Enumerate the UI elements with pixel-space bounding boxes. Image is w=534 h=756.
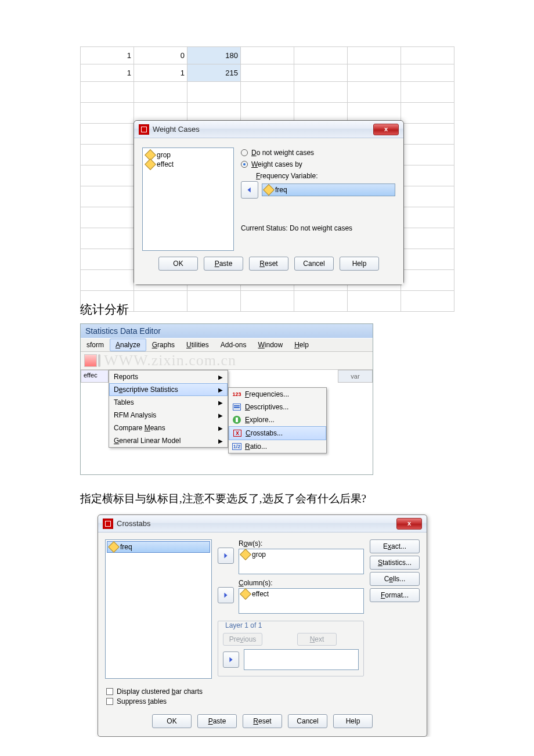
menubar: sform Analyze Graphs Utilities Add-ons W… — [81, 338, 373, 352]
reset-button[interactable]: Reset — [243, 714, 282, 728]
titlebar[interactable]: Crosstabs x — [98, 515, 427, 532]
move-to-layer-button[interactable] — [223, 651, 239, 668]
move-to-rows-button[interactable] — [218, 548, 234, 564]
menu-item-glm[interactable]: General Linear Model▶ — [109, 434, 228, 447]
column-header-var[interactable]: var — [338, 370, 373, 383]
rows-box[interactable]: grop — [239, 549, 364, 574]
submenu-descriptives[interactable]: Descriptives... — [229, 401, 326, 413]
exact-button[interactable]: Exact... — [370, 539, 420, 553]
dialog-title: Crosstabs — [117, 519, 151, 528]
format-button[interactable]: Format... — [370, 588, 420, 602]
scale-icon — [263, 184, 275, 196]
watermark-text: WWW.zixin.com.cn — [104, 352, 236, 369]
submenu-ratio[interactable]: 1/2Ratio... — [229, 440, 326, 453]
variable-item: grop — [145, 150, 231, 160]
menu-item-compare[interactable]: Compare Means▶ — [109, 422, 228, 434]
menu-utilities[interactable]: Utilities — [181, 339, 215, 351]
cols-label: Column(s): — [239, 579, 364, 587]
cell[interactable] — [348, 47, 401, 64]
spss-icon — [139, 124, 149, 135]
scale-icon — [240, 549, 251, 560]
section-paragraph: 指定横标目与纵标目,注意不要选反了,选反了会有什么后果? — [80, 491, 534, 506]
chevron-right-icon: ▶ — [218, 374, 223, 380]
help-button[interactable]: Help — [333, 714, 373, 728]
scale-icon — [240, 588, 251, 600]
submenu-frequencies[interactable]: 123Frequencies... — [229, 388, 326, 401]
scale-icon — [108, 541, 120, 553]
arrow-left-icon — [246, 186, 254, 194]
ok-button[interactable]: OK — [152, 714, 192, 728]
checkbox-suppress-tables[interactable]: Suppress tables — [106, 697, 418, 705]
checkbox-clustered-bar[interactable]: Display clustered bar charts — [106, 687, 418, 696]
toolbar: WWW.zixin.com.cn — [81, 352, 373, 370]
ok-button[interactable]: OK — [158, 257, 198, 271]
freq-icon: 123 — [232, 390, 241, 398]
editor-title: Statistics Data Editor — [81, 324, 373, 338]
checkbox-icon — [106, 698, 113, 705]
menu-item-descriptive[interactable]: Descriptive Statistics▶ — [109, 383, 228, 396]
data-editor-window: Statistics Data Editor sform Analyze Gra… — [80, 323, 373, 475]
cancel-button[interactable]: Cancel — [288, 714, 327, 728]
cell[interactable] — [241, 47, 294, 64]
cancel-button[interactable]: Cancel — [294, 257, 334, 271]
submenu-crosstabs[interactable]: xCrosstabs... — [229, 426, 326, 440]
layer-group: Layer 1 of 1 Previous Next — [218, 621, 364, 676]
cell[interactable]: 1 — [81, 47, 134, 64]
menu-item-rfm[interactable]: RFM Analysis▶ — [109, 409, 228, 422]
weight-cases-dialog: Weight Cases x grop effect Do not weight… — [134, 120, 404, 285]
cell-selected[interactable]: 215 — [187, 64, 241, 82]
cell[interactable] — [401, 47, 454, 64]
column-header[interactable]: effec — [81, 370, 109, 383]
menu-analyze[interactable]: Analyze — [110, 339, 146, 351]
menu-transform[interactable]: sform — [81, 339, 110, 351]
tool-icon[interactable] — [84, 354, 97, 367]
ratio-icon: 1/2 — [232, 442, 241, 451]
radio-do-not-weight[interactable]: Do not weight cases — [241, 149, 395, 157]
menu-graphs[interactable]: Graphs — [146, 339, 181, 351]
next-button[interactable]: Next — [297, 633, 337, 646]
menu-addons[interactable]: Add-ons — [215, 339, 252, 351]
variable-item-selected[interactable]: freq — [107, 541, 210, 553]
submenu-explore[interactable]: Explore... — [229, 413, 326, 426]
cell-selected[interactable]: 180 — [187, 47, 241, 64]
paste-button[interactable]: Paste — [204, 257, 243, 271]
cell[interactable]: 0 — [134, 47, 187, 64]
titlebar[interactable]: Weight Cases x — [134, 121, 403, 138]
paste-button[interactable]: Paste — [197, 714, 237, 728]
cell[interactable]: 1 — [134, 64, 187, 82]
menu-help[interactable]: Help — [288, 339, 315, 351]
cell[interactable]: 1 — [81, 64, 134, 82]
menu-item-tables[interactable]: Tables▶ — [109, 396, 228, 409]
variable-list[interactable]: grop effect — [142, 147, 234, 251]
section-heading: 统计分析 — [80, 301, 534, 318]
reset-button[interactable]: Reset — [249, 257, 288, 271]
radio-weight-by[interactable]: Weight cases by — [241, 160, 395, 168]
help-button[interactable]: Help — [340, 257, 379, 271]
explore-icon — [232, 416, 241, 424]
cells-button[interactable]: Cells... — [370, 572, 420, 586]
close-button[interactable]: x — [396, 518, 422, 530]
frequency-label: Frequency Variable: — [256, 172, 395, 180]
cell[interactable] — [294, 47, 348, 64]
layer-box[interactable] — [244, 649, 359, 670]
move-to-cols-button[interactable] — [218, 587, 234, 603]
move-variable-button[interactable] — [241, 181, 258, 199]
radio-icon-checked — [241, 161, 248, 168]
close-button[interactable]: x — [373, 124, 399, 135]
radio-icon — [241, 149, 248, 156]
crosstabs-dialog: Crosstabs x freq Row(s): — [98, 514, 427, 737]
menu-window[interactable]: Window — [252, 339, 288, 351]
chevron-right-icon: ▶ — [218, 399, 223, 406]
frequency-variable-field[interactable]: freq — [262, 183, 395, 196]
statistics-button[interactable]: Statistics... — [370, 556, 420, 570]
descriptive-submenu: 123Frequencies... Descriptives... Explor… — [228, 387, 327, 453]
variable-list[interactable]: freq — [105, 539, 212, 679]
cols-box[interactable]: effect — [239, 588, 364, 614]
layer-title: Layer 1 of 1 — [223, 621, 264, 629]
spss-icon — [103, 519, 113, 529]
scale-icon — [145, 159, 156, 170]
chevron-right-icon: ▶ — [218, 412, 223, 419]
menu-item-reports[interactable]: Reports▶ — [109, 370, 228, 383]
checkbox-icon — [106, 688, 113, 695]
previous-button[interactable]: Previous — [223, 633, 262, 646]
